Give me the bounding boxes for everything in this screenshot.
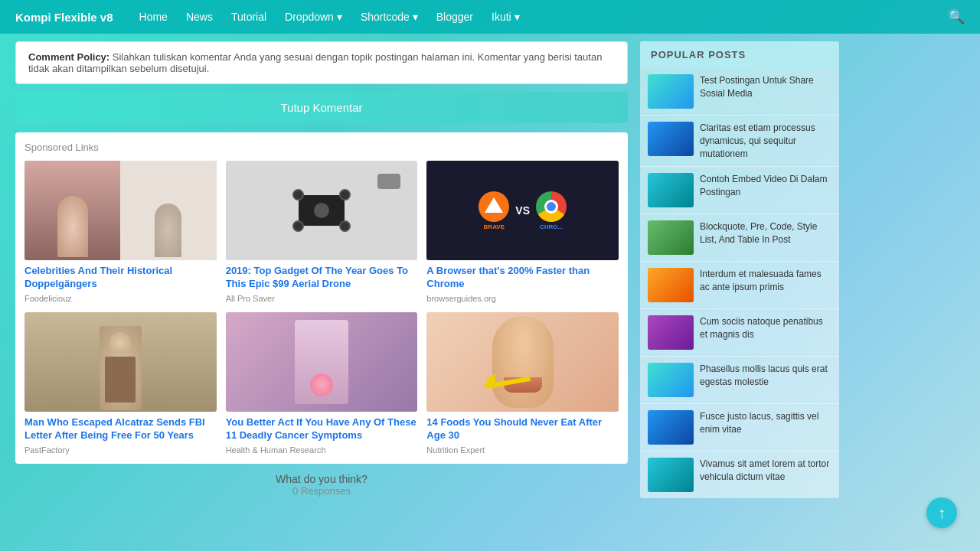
sponsored-item-foods-title: 14 Foods You Should Never Eat After Age … [426, 416, 619, 442]
nav-news[interactable]: News [186, 11, 213, 23]
dropdown-arrow-icon: ▾ [337, 11, 342, 23]
sponsored-item-drone-title: 2019: Top Gadget Of The Year Goes To Thi… [226, 265, 418, 291]
sponsored-item-browser-source: browserguides.org [426, 294, 619, 303]
sponsored-box: Sponsored Links Celebr [15, 132, 628, 464]
sponsored-item-cancer-source: Health & Human Research [226, 445, 418, 455]
nav-blogger[interactable]: Blogger [436, 11, 473, 23]
popular-post-thumb-1 [648, 74, 694, 109]
popular-post-item-4[interactable]: Blockquote, Pre, Code, Style List, And T… [640, 214, 839, 262]
comment-policy-label: Comment Policy: [28, 51, 109, 63]
popular-post-title-7: Phasellus mollis lacus quis erat egestas… [700, 363, 831, 397]
comment-policy-box: Comment Policy: Silahkan tuliskan koment… [15, 41, 628, 84]
what-do-you-think: What do you think? [15, 473, 628, 485]
sponsored-item-celebrities-source: Foodeliciouz [24, 294, 217, 303]
sponsored-item-foods[interactable]: 14 Foods You Should Never Eat After Age … [426, 312, 619, 455]
popular-posts-header: POPULAR POSTS [640, 41, 839, 68]
main-layout: Comment Policy: Silahkan tuliskan koment… [0, 34, 980, 506]
navbar: Kompi Flexible v8 Home News Tutorial Dro… [0, 0, 980, 34]
popular-post-title-2: Claritas est etiam processus dynamicus, … [700, 122, 831, 160]
sidebar: POPULAR POSTS Test Postingan Untuk Share… [640, 41, 839, 498]
sponsored-item-foods-source: Nutrition Expert [426, 445, 619, 455]
popular-post-item-1[interactable]: Test Postingan Untuk Share Sosial Media [640, 68, 839, 116]
popular-post-thumb-5 [648, 268, 694, 302]
popular-post-thumb-8 [648, 410, 694, 445]
sponsored-item-cancer-title: You Better Act If You Have Any Of These … [226, 416, 418, 442]
ikuti-arrow-icon: ▾ [514, 11, 520, 23]
nav-shortcode[interactable]: Shortcode ▾ [361, 11, 418, 23]
popular-post-thumb-4 [648, 220, 694, 255]
nav-brand[interactable]: Kompi Flexible v8 [15, 11, 113, 24]
sponsored-item-browser-title: A Browser that's 200% Faster than Chrome [426, 265, 619, 291]
sponsored-grid: Celebrities And Their Historical Doppelg… [24, 161, 619, 455]
popular-post-item-8[interactable]: Fusce justo lacus, sagittis vel enim vit… [640, 404, 839, 452]
popular-post-item-6[interactable]: Cum sociis natoque penatibus et magnis d… [640, 309, 839, 357]
popular-post-thumb-3 [648, 173, 694, 207]
responses-count: 0 Responses [15, 485, 628, 497]
popular-post-item-2[interactable]: Claritas est etiam processus dynamicus, … [640, 116, 839, 167]
sponsored-item-drone-source: All Pro Saver [226, 294, 418, 303]
nav-ikuti[interactable]: Ikuti ▾ [492, 11, 520, 23]
popular-post-title-9: Vivamus sit amet lorem at tortor vehicul… [700, 458, 831, 492]
popular-post-thumb-7 [648, 363, 694, 397]
popular-post-item-5[interactable]: Interdum et malesuada fames ac ante ipsu… [640, 262, 839, 309]
sponsored-item-alcatraz[interactable]: Man Who Escaped Alcatraz Sends FBI Lette… [24, 312, 217, 455]
popular-post-title-4: Blockquote, Pre, Code, Style List, And T… [700, 220, 831, 255]
popular-post-item-9[interactable]: Vivamus sit amet lorem at tortor vehicul… [640, 452, 839, 498]
popular-post-title-8: Fusce justo lacus, sagittis vel enim vit… [700, 410, 831, 445]
sponsored-item-browser[interactable]: BRAVE VS CHRO... A Browser that's 200% F… [426, 161, 619, 303]
sponsored-item-cancer[interactable]: You Better Act If You Have Any Of These … [226, 312, 418, 455]
popular-post-item-7[interactable]: Phasellus mollis lacus quis erat egestas… [640, 357, 839, 404]
scroll-to-top-button[interactable]: ↑ [926, 497, 957, 528]
popular-post-title-6: Cum sociis natoque penatibus et magnis d… [700, 315, 831, 350]
popular-post-title-5: Interdum et malesuada fames ac ante ipsu… [700, 268, 831, 302]
sponsored-item-alcatraz-title: Man Who Escaped Alcatraz Sends FBI Lette… [24, 416, 217, 442]
shortcode-arrow-icon: ▾ [413, 11, 418, 23]
sponsored-item-alcatraz-source: PastFactory [24, 445, 217, 455]
tutup-komentar-button[interactable]: Tutup Komentar [15, 92, 628, 123]
nav-tutorial[interactable]: Tutorial [231, 11, 266, 23]
popular-post-title-3: Contoh Embed Video Di Dalam Postingan [700, 173, 831, 207]
sponsored-item-celebrities[interactable]: Celebrities And Their Historical Doppelg… [24, 161, 217, 303]
sponsored-title: Sponsored Links [24, 142, 619, 153]
popular-post-thumb-2 [648, 122, 694, 156]
comment-policy-text: Silahkan tuliskan komentar Anda yang ses… [28, 51, 602, 74]
popular-posts-list: Test Postingan Untuk Share Sosial Media … [640, 68, 839, 498]
nav-home[interactable]: Home [139, 11, 168, 23]
search-icon[interactable]: 🔍 [948, 8, 965, 25]
popular-post-thumb-6 [648, 315, 694, 350]
sponsored-item-celebrities-title: Celebrities And Their Historical Doppelg… [24, 265, 217, 291]
content-area: Comment Policy: Silahkan tuliskan koment… [15, 41, 628, 498]
popular-post-item-3[interactable]: Contoh Embed Video Di Dalam Postingan [640, 167, 839, 214]
popular-post-title-1: Test Postingan Untuk Share Sosial Media [700, 74, 831, 109]
popular-post-thumb-9 [648, 458, 694, 492]
sponsored-item-drone[interactable]: 2019: Top Gadget Of The Year Goes To Thi… [226, 161, 418, 303]
nav-dropdown[interactable]: Dropdown ▾ [285, 11, 342, 23]
